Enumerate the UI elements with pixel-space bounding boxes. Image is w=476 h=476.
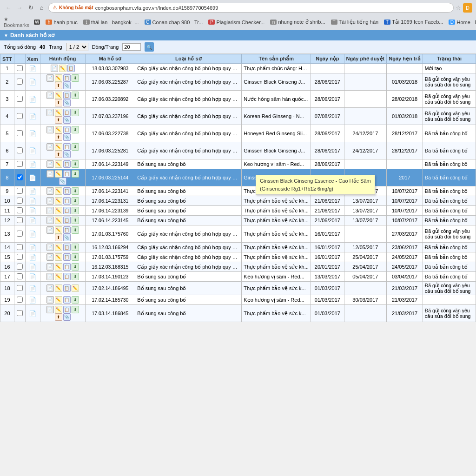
cell-view[interactable]: 📄 <box>25 262 40 272</box>
row-checkbox[interactable] <box>17 297 23 303</box>
view-icon[interactable]: 📄 <box>29 188 36 195</box>
view-icon[interactable]: 📄 <box>29 174 36 181</box>
action-edit-icon[interactable]: ✏️ <box>55 160 62 168</box>
action-edit-icon[interactable]: ✏️ <box>55 143 62 151</box>
action-attach-icon[interactable]: 📎 <box>63 116 71 124</box>
row-checkbox[interactable] <box>17 96 23 102</box>
cell-view[interactable]: 📄 <box>25 295 40 305</box>
row-checkbox[interactable] <box>17 254 23 260</box>
action-download-icon[interactable]: ⬇ <box>72 187 79 195</box>
action-view-icon[interactable]: 📄 <box>46 74 54 82</box>
row-checkbox[interactable] <box>17 198 23 204</box>
cell-action[interactable]: 📄✏️📋✏️ <box>40 282 85 295</box>
action-edit-icon[interactable]: ✏️ <box>55 170 62 178</box>
view-icon[interactable]: 📄 <box>29 65 36 72</box>
table-row[interactable]: 5 📄 📄✏️📋⬇⬆📎 17.06.03.222738 Cấp giấy xác… <box>0 125 476 142</box>
action-copy-icon[interactable]: 📋 <box>63 253 71 261</box>
cell-check[interactable] <box>14 159 25 169</box>
action-edit-icon[interactable]: ✏️ <box>55 273 62 280</box>
table-row[interactable]: 2 📄 📄✏️📋⬇⬆📎 17.06.03.225287 Cấp giấy xác… <box>0 73 476 91</box>
table-row[interactable]: 16 📄 📄✏️📋⬇ 16.12.03.168315 Cấp giấy xác … <box>0 262 476 272</box>
action-download-icon[interactable]: ⬇ <box>72 296 79 304</box>
cell-view[interactable]: 📄 <box>25 243 40 252</box>
cell-action[interactable]: 📄✏️📋⬇⬆📎 <box>40 225 85 243</box>
action-edit-icon[interactable]: ✏️ <box>55 187 62 195</box>
action-download-icon[interactable]: ⬇ <box>72 217 79 224</box>
row-checkbox[interactable] <box>17 310 23 316</box>
cell-view[interactable]: 📄 <box>25 186 40 196</box>
row-checkbox[interactable] <box>17 130 23 136</box>
bookmark-thai-lan[interactable]: t thái lan - bangkok -... <box>81 19 141 26</box>
action-view-icon[interactable]: 📄 <box>46 197 54 205</box>
row-checkbox[interactable] <box>17 231 23 237</box>
action-download-icon[interactable]: ⬇ <box>72 74 79 82</box>
table-row[interactable]: 8 📄 📄✏️📋⬇📎 17.06.03.225144 Cấp giấy xác … <box>0 169 476 186</box>
cell-action[interactable]: 📄✏️📋⬇⬆📎 <box>40 108 85 125</box>
action-edit-icon[interactable]: ✏️ <box>55 126 62 133</box>
action-view-icon[interactable]: 📄 <box>46 92 54 99</box>
table-row[interactable]: 10 📄 📄✏️📋⬇ 17.06.14.223131 Bổ sung sau c… <box>0 196 476 206</box>
cell-view[interactable]: 📄 <box>25 305 40 322</box>
view-icon[interactable]: 📄 <box>29 254 36 261</box>
action-view-icon[interactable]: 📄 <box>46 143 54 151</box>
action-download-icon[interactable]: ⬇ <box>72 306 79 313</box>
cell-action[interactable]: 📄✏️📋⬇ <box>40 295 85 305</box>
search-button[interactable]: 🔍 <box>145 42 154 52</box>
cell-check[interactable] <box>14 196 25 206</box>
action-attach-icon[interactable]: 📎 <box>63 234 71 241</box>
cell-check[interactable] <box>14 142 25 159</box>
table-row[interactable]: 14 📄 📄✏️📋⬇ 16.12.03.166294 Cấp giấy xác … <box>0 243 476 252</box>
bookmark-wordpress[interactable]: W <box>32 19 42 25</box>
view-icon[interactable]: 📄 <box>29 113 36 120</box>
view-icon[interactable]: 📄 <box>29 231 36 238</box>
row-checkbox[interactable] <box>17 264 23 270</box>
action-copy-icon[interactable]: 📋 <box>63 143 71 151</box>
cell-action[interactable]: 📄✏️📋⬇⬆📎 <box>40 305 85 322</box>
cell-check[interactable] <box>14 243 25 252</box>
action-edit2-icon[interactable]: ✏️ <box>72 284 79 292</box>
action-view-icon[interactable]: 📄 <box>46 244 54 251</box>
row-checkbox[interactable] <box>17 65 23 71</box>
table-row[interactable]: 18 📄 📄✏️📋✏️ 17.02.14.186495 Bổ sung sau … <box>0 282 476 295</box>
cell-view[interactable]: 📄 <box>25 196 40 206</box>
table-row[interactable]: 11 📄 📄✏️📋⬇ 17.06.14.223139 Bổ sung sau c… <box>0 206 476 216</box>
view-icon[interactable]: 📄 <box>29 207 36 214</box>
view-icon[interactable]: 📄 <box>29 217 36 224</box>
action-copy-icon[interactable]: 📋 <box>63 187 71 195</box>
cell-view[interactable]: 📄 <box>25 252 40 262</box>
action-copy-icon[interactable]: 📋 <box>63 273 71 280</box>
action-copy-icon[interactable]: 📋 <box>63 296 71 304</box>
row-checkbox[interactable] <box>17 244 23 250</box>
action-download-icon[interactable]: ⬇ <box>72 126 79 133</box>
table-row[interactable]: 17 📄 📄✏️📋⬇ 17.03.14.190123 Bổ sung sau c… <box>0 272 476 282</box>
table-row[interactable]: 9 📄 📄✏️📋⬇ 17.06.14.223141 Bổ sung sau cô… <box>0 186 476 196</box>
action-attach-icon[interactable]: 📎 <box>63 99 71 106</box>
cell-check[interactable] <box>14 295 25 305</box>
action-view-icon[interactable]: 📄 <box>46 217 54 224</box>
action-download-icon[interactable]: ⬇ <box>72 143 79 151</box>
refresh-button[interactable]: ↻ <box>26 3 35 13</box>
view-icon[interactable]: 📄 <box>29 161 36 168</box>
action-edit-icon[interactable]: ✏️ <box>55 197 62 205</box>
table-row[interactable]: 12 📄 📄✏️📋⬇ 17.06.14.223145 Bổ sung sau c… <box>0 216 476 225</box>
action-view-icon[interactable]: 📄 <box>46 226 54 234</box>
cell-view[interactable]: 📄 <box>25 125 40 142</box>
action-copy-icon[interactable]: 📋 <box>63 92 71 99</box>
action-copy-icon[interactable]: 📋 <box>63 126 71 133</box>
action-download-icon[interactable]: ⬇ <box>72 253 79 261</box>
row-checkbox[interactable] <box>17 217 23 223</box>
action-edit-icon[interactable]: ✏️ <box>55 253 62 261</box>
cell-action[interactable]: 📄✏️📋⬇ <box>40 252 85 262</box>
cell-view[interactable]: 📄 <box>25 91 40 108</box>
bookmark-dropbox[interactable]: D Home - Dropbox <box>447 19 476 26</box>
cell-view[interactable]: 📄 <box>25 142 40 159</box>
cell-view[interactable]: 📄 <box>25 169 40 186</box>
action-edit-icon[interactable]: ✏️ <box>55 74 62 82</box>
cell-action[interactable]: 📄✏️📋⬇ <box>40 206 85 216</box>
cell-check[interactable] <box>14 225 25 243</box>
row-checkbox[interactable] <box>17 174 23 180</box>
action-edit-icon[interactable]: ✏️ <box>55 244 62 251</box>
cell-view[interactable]: 📄 <box>25 159 40 169</box>
cell-check[interactable] <box>14 91 25 108</box>
cell-check[interactable] <box>14 272 25 282</box>
